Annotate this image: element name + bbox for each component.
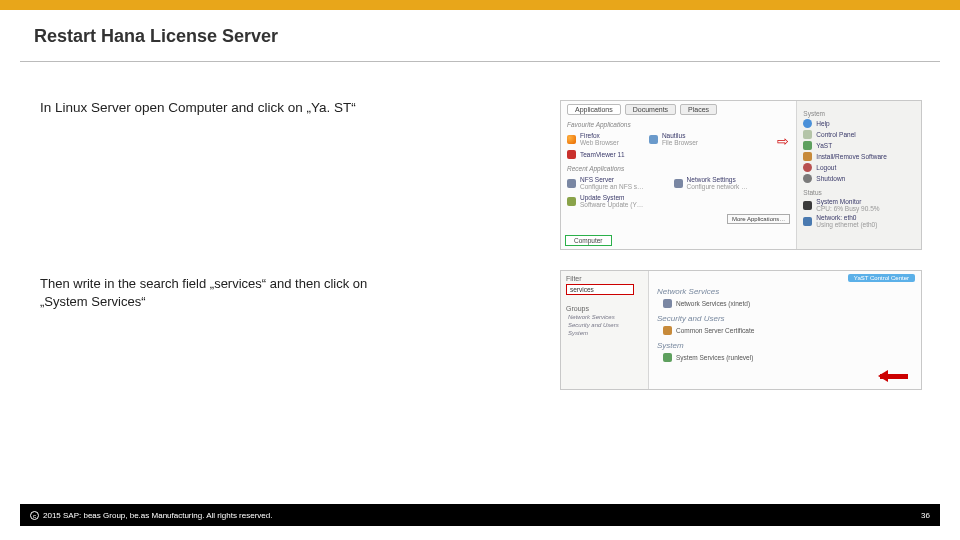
app-nfs[interactable]: NFS ServerConfigure an NFS s…: [567, 176, 644, 190]
step2-text-line2: „System Services“: [40, 294, 145, 309]
logout-icon: [803, 163, 812, 172]
step1-text: In Linux Server open Computer and click …: [40, 100, 540, 115]
group-system[interactable]: System: [568, 330, 643, 336]
control-panel-icon: [803, 130, 812, 139]
recent-apps-label: Recent Applications: [567, 165, 790, 172]
package-icon: [803, 152, 812, 161]
app-update[interactable]: Update SystemSoftware Update (Y…: [567, 194, 790, 208]
item-system-services[interactable]: System Services (runlevel): [663, 353, 913, 362]
app-teamviewer[interactable]: TeamViewer 11: [567, 150, 790, 159]
certificate-icon: [663, 326, 672, 335]
group-network-services[interactable]: Network Services: [568, 314, 643, 320]
app-firefox[interactable]: FirefoxWeb Browser: [567, 132, 619, 146]
highlight-arrow-icon: ⇨: [777, 133, 789, 149]
network-icon: [674, 179, 683, 188]
copyright: c2015 SAP: beas Group, be.as Manufacturi…: [30, 511, 272, 520]
tab-places[interactable]: Places: [680, 104, 717, 115]
more-apps-button[interactable]: More Applications…: [727, 214, 790, 224]
help-icon: [803, 119, 812, 128]
nfs-icon: [567, 179, 576, 188]
fav-apps-label: Favourite Applications: [567, 121, 790, 128]
yast-control-center-screenshot: YaST Control Center Filter services Grou…: [560, 270, 922, 390]
figures-column: Applications Documents Places Favourite …: [560, 100, 940, 390]
tab-documents[interactable]: Documents: [625, 104, 676, 115]
highlight-arrow-icon: [878, 371, 918, 383]
app-network-settings[interactable]: Network SettingsConfigure network …: [674, 176, 748, 190]
item-server-certificate[interactable]: Common Server Certificate: [663, 326, 913, 335]
sys-shutdown[interactable]: Shutdown: [803, 174, 915, 183]
runlevel-icon: [663, 353, 672, 362]
step2-text: Then write in the search field „services…: [40, 275, 540, 310]
yast-icon: [803, 141, 812, 150]
system-panel: ⇨ System Help Control Panel YaST Install…: [797, 101, 921, 249]
groups-label: Groups: [566, 305, 643, 312]
firefox-icon: [567, 135, 576, 144]
update-icon: [567, 197, 576, 206]
yast-content: Network Services Network Services (xinet…: [649, 271, 921, 389]
cat-network-services: Network Services: [657, 287, 913, 296]
status-network[interactable]: Network: eth0Using ethernet (eth0): [803, 214, 915, 228]
network-status-icon: [803, 217, 812, 226]
sys-yast[interactable]: YaST: [803, 141, 915, 150]
group-security-users[interactable]: Security and Users: [568, 322, 643, 328]
system-label: System: [803, 110, 915, 117]
status-sysmon[interactable]: System MonitorCPU: 6% Busy 90.5%: [803, 198, 915, 212]
step2-text-line1: Then write in the search field „services…: [40, 276, 367, 291]
teamviewer-icon: [567, 150, 576, 159]
sys-install-remove[interactable]: Install/Remove Software: [803, 152, 915, 161]
yast-sidebar: Filter services Groups Network Services …: [561, 271, 649, 389]
computer-menu-screenshot: Applications Documents Places Favourite …: [560, 100, 922, 250]
sys-logout[interactable]: Logout: [803, 163, 915, 172]
app-nautilus[interactable]: NautilusFile Browser: [649, 132, 698, 146]
xinetd-icon: [663, 299, 672, 308]
computer-button[interactable]: Computer: [565, 235, 612, 246]
sys-control-panel[interactable]: Control Panel: [803, 130, 915, 139]
page-number: 36: [921, 511, 930, 520]
page-title: Restart Hana License Server: [0, 10, 960, 61]
filter-label: Filter: [566, 275, 643, 282]
cat-system: System: [657, 341, 913, 350]
app-panel: Applications Documents Places Favourite …: [561, 101, 797, 249]
item-network-services[interactable]: Network Services (xinetd): [663, 299, 913, 308]
sys-help[interactable]: Help: [803, 119, 915, 128]
monitor-icon: [803, 201, 812, 210]
copyright-icon: c: [30, 511, 39, 520]
tab-applications[interactable]: Applications: [567, 104, 621, 115]
content: In Linux Server open Computer and click …: [0, 62, 960, 390]
footer: c2015 SAP: beas Group, be.as Manufacturi…: [20, 504, 940, 526]
text-column: In Linux Server open Computer and click …: [40, 100, 540, 390]
status-label: Status: [803, 189, 915, 196]
shutdown-icon: [803, 174, 812, 183]
cat-security-users: Security and Users: [657, 314, 913, 323]
filter-input[interactable]: services: [566, 284, 634, 295]
accent-bar: [0, 0, 960, 10]
nautilus-icon: [649, 135, 658, 144]
